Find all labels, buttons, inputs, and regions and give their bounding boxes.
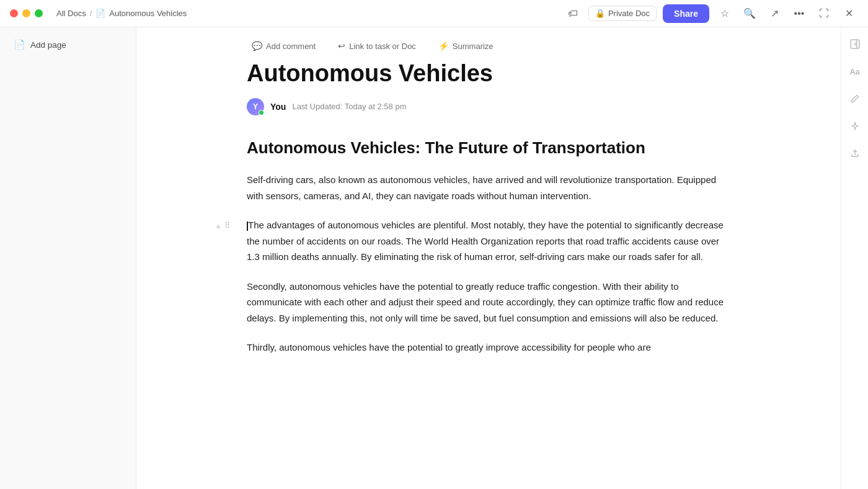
paragraph-block-3: Thirdly, autonomous vehicles have the po… — [247, 339, 730, 369]
lock-icon: 🔒 — [595, 9, 605, 18]
block-handles-1: + ⠿ — [213, 221, 231, 232]
sparkles-button[interactable] — [846, 117, 864, 135]
paragraph-2[interactable]: Secondly, autonomous vehicles have the p… — [247, 279, 730, 326]
drag-handle[interactable]: ⠿ — [224, 221, 231, 230]
paragraph-0[interactable]: Self-driving cars, also known as autonom… — [247, 172, 730, 204]
paragraph-3[interactable]: Thirdly, autonomous vehicles have the po… — [247, 339, 651, 356]
doc-author: You — [270, 102, 286, 112]
content-area: 💬 Add comment ↩ Link to task or Doc ⚡ Su… — [136, 27, 841, 489]
collapse-panel-button[interactable] — [846, 35, 864, 53]
paragraph-block-1: + ⠿ The advantages of autonomous vehicle… — [247, 217, 730, 279]
sidebar-item-add-page[interactable]: 📄 Add page — [4, 35, 132, 55]
svg-line-3 — [854, 44, 856, 46]
breadcrumb-doc-icon: 📄 — [95, 9, 105, 18]
export-button[interactable]: ↗ — [765, 4, 784, 23]
main-layout: 📄 Add page 💬 Add comment ↩ Link to task … — [0, 27, 868, 489]
avatar-status — [259, 110, 264, 115]
add-comment-action[interactable]: 💬 Add comment — [247, 38, 321, 53]
sidebar: 📄 Add page — [0, 27, 136, 489]
titlebar-right: 🏷 🔒 Private Doc Share ☆ 🔍 ↗ ••• ⛶ ✕ — [564, 4, 858, 23]
breadcrumb-doc-title: Autonomous Vehicles — [109, 9, 187, 18]
edit-icon-button[interactable] — [846, 89, 864, 108]
titlebar-left: All Docs / 📄 Autonomous Vehicles — [10, 9, 187, 18]
doc-meta: Y You Last Updated: Today at 2:58 pm — [247, 98, 730, 115]
share-button[interactable]: Share — [663, 4, 709, 23]
cursor-before-text — [247, 222, 248, 231]
traffic-light-yellow[interactable] — [22, 9, 30, 17]
private-doc-label: Private Doc — [608, 9, 650, 18]
font-size-button[interactable]: Aa — [846, 62, 864, 81]
summarize-label: Summarize — [453, 42, 494, 51]
add-page-label: Add page — [30, 40, 66, 50]
traffic-light-red[interactable] — [10, 9, 18, 17]
doc-title: Autonomous Vehicles — [247, 60, 730, 88]
doc-container: Autonomous Vehicles Y You Last Updated: … — [247, 60, 730, 394]
right-sidebar: Aa — [841, 27, 868, 489]
breadcrumb: All Docs / 📄 Autonomous Vehicles — [56, 9, 187, 18]
more-button[interactable]: ••• — [790, 4, 808, 23]
summarize-action[interactable]: ⚡ Summarize — [433, 38, 498, 53]
traffic-lights — [10, 9, 43, 17]
add-block-button[interactable]: + — [213, 221, 223, 232]
upload-button[interactable] — [846, 144, 864, 163]
add-comment-label: Add comment — [266, 42, 316, 51]
expand-button[interactable]: ⛶ — [815, 4, 833, 23]
paragraph-1[interactable]: The advantages of autonomous vehicles ar… — [247, 217, 730, 265]
search-button[interactable]: 🔍 — [740, 4, 759, 23]
paragraph-block-2: Secondly, autonomous vehicles have the p… — [247, 279, 730, 340]
close-button[interactable]: ✕ — [839, 4, 858, 23]
summarize-icon: ⚡ — [438, 41, 449, 51]
paragraph-1-text: The advantages of autonomous vehicles ar… — [247, 220, 724, 262]
add-page-icon: 📄 — [14, 39, 25, 50]
breadcrumb-separator: / — [90, 9, 92, 18]
private-doc-badge: 🔒 Private Doc — [588, 6, 657, 21]
titlebar: All Docs / 📄 Autonomous Vehicles 🏷 🔒 Pri… — [0, 0, 868, 27]
link-icon: ↩ — [338, 41, 345, 51]
link-task-label: Link to task or Doc — [349, 42, 416, 51]
link-task-action[interactable]: ↩ Link to task or Doc — [333, 38, 421, 53]
doc-last-updated: Last Updated: Today at 2:58 pm — [292, 102, 406, 111]
star-button[interactable]: ☆ — [715, 4, 734, 23]
comment-icon: 💬 — [252, 41, 262, 51]
section-heading: Autonomous Vehicles: The Future of Trans… — [247, 138, 730, 159]
all-docs-link[interactable]: All Docs — [56, 9, 86, 18]
traffic-light-green[interactable] — [35, 9, 43, 17]
tag-icon-button[interactable]: 🏷 — [564, 4, 582, 23]
toolbar-row: 💬 Add comment ↩ Link to task or Doc ⚡ Su… — [247, 27, 730, 60]
paragraph-block-0: Self-driving cars, also known as autonom… — [247, 172, 730, 217]
avatar: Y — [247, 98, 264, 115]
